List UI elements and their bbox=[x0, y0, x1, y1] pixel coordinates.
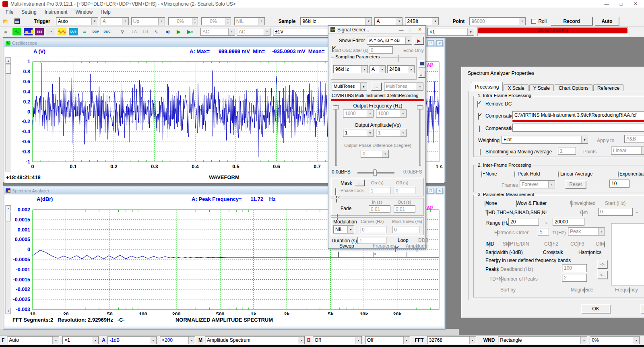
exponential-average-radio[interactable] bbox=[618, 171, 619, 178]
record-button[interactable]: Record bbox=[551, 17, 592, 25]
display-mode-combo[interactable]: Amplitude Spectrum▼ bbox=[205, 336, 305, 344]
window-function-combo[interactable]: Rectangle▼ bbox=[498, 336, 587, 344]
cancel-button-cut[interactable]: C bbox=[640, 304, 644, 313]
a-reference-combo[interactable]: -1dB▼ bbox=[107, 336, 157, 344]
close-button[interactable]: ✕ bbox=[630, 1, 642, 6]
tab-processing[interactable]: Processing bbox=[471, 82, 503, 91]
siggen-channel-combo[interactable]: A▼ bbox=[369, 65, 386, 73]
deadband-input: 100 bbox=[562, 264, 587, 272]
maximize-button[interactable]: □ bbox=[615, 2, 627, 6]
run-loop-icon[interactable]: ▶o bbox=[185, 28, 195, 36]
scroll-up-icon[interactable]: ▲ bbox=[6, 205, 11, 211]
ddc-icon[interactable]: DDC bbox=[102, 28, 112, 36]
sample-rate-combo[interactable]: 96kHz▼ bbox=[300, 17, 372, 25]
save-icon[interactable] bbox=[12, 17, 22, 25]
bit-depth-combo[interactable]: 24Bit▼ bbox=[405, 17, 439, 25]
window-close-icon[interactable]: ✕ bbox=[436, 188, 443, 194]
amplitude-slider-a-thumb[interactable] bbox=[333, 105, 339, 109]
window-restore-icon[interactable]: ❐ bbox=[427, 40, 434, 46]
b-zoom-combo[interactable]: Off▼ bbox=[365, 336, 410, 344]
peak-hold-radio[interactable] bbox=[514, 171, 515, 178]
siggen-notes-button[interactable]: ♬ bbox=[418, 71, 425, 78]
mask-checkbox[interactable]: ✓ bbox=[335, 188, 336, 195]
smoothing-checkbox[interactable]: ✓ bbox=[480, 149, 481, 155]
run-icon[interactable]: ▶ bbox=[174, 28, 184, 36]
range-low-input[interactable]: 20 bbox=[508, 218, 539, 226]
signal-generator-icon[interactable]: ∿∿ bbox=[57, 28, 67, 36]
dim-label: DIM bbox=[596, 241, 605, 247]
sweep-checkbox[interactable]: ✓ bbox=[338, 252, 339, 258]
multimeter-icon[interactable]: 888 bbox=[35, 28, 44, 36]
modulation-combo[interactable]: NIL▼ bbox=[333, 225, 354, 233]
dbfs-slider-thumb[interactable] bbox=[374, 169, 376, 176]
overlap-combo[interactable]: 0%▼ bbox=[590, 336, 640, 344]
menu-file[interactable]: File bbox=[2, 8, 17, 16]
fade-out-input: 0.01 bbox=[394, 205, 415, 213]
freeze-combo[interactable]: Auto▼ bbox=[7, 336, 59, 344]
spin-up-icon: ▲ bbox=[225, 18, 231, 21]
close-icon[interactable]: ✕ bbox=[416, 27, 423, 32]
probe-calibration-icon[interactable]: ↖ bbox=[151, 28, 161, 36]
scrollbar-thumb[interactable] bbox=[6, 212, 11, 221]
siggen-title-bar[interactable]: ∿∿ Signal Gener... — □ ✕ bbox=[328, 26, 425, 34]
browse-button[interactable]: ... bbox=[371, 83, 382, 91]
oscilloscope-left-scrollbar[interactable]: ▲ bbox=[5, 57, 11, 171]
ddp-viewer-icon[interactable]: DDP bbox=[91, 28, 101, 36]
minimize-button[interactable]: — bbox=[601, 2, 613, 6]
remove-dc-checkbox[interactable]: ✓ bbox=[477, 101, 478, 107]
device-test-plan-icon[interactable]: DUT bbox=[68, 28, 78, 36]
scrollbar-thumb[interactable] bbox=[6, 64, 11, 74]
spectrum-analyzer-icon[interactable]: ▁▅▂▇ bbox=[23, 28, 33, 36]
siggen-rate-combo[interactable]: 96kHz▼ bbox=[333, 65, 368, 73]
siggen-run-button[interactable]: ▶ bbox=[414, 37, 424, 45]
chevron-down-icon: ▼ bbox=[367, 110, 373, 117]
roll-checkbox[interactable]: ✓ bbox=[531, 19, 536, 24]
menu-window[interactable]: Window bbox=[71, 8, 97, 16]
window-close-icon[interactable]: ✕ bbox=[436, 40, 443, 46]
speaker-icon[interactable]: ◀) bbox=[163, 28, 172, 36]
linear-average-radio[interactable] bbox=[558, 171, 559, 178]
exp-frames-input[interactable]: 10 bbox=[609, 180, 630, 188]
probe-factor-combo[interactable]: ×1▼ bbox=[427, 28, 474, 36]
record-icon[interactable]: ● bbox=[1, 28, 10, 36]
siggen-save-button[interactable] bbox=[418, 60, 425, 67]
probe-combo[interactable]: ×1▼ bbox=[62, 336, 99, 344]
range-high-input[interactable]: 20000 bbox=[553, 218, 584, 226]
menu-instrument[interactable]: Instrument bbox=[41, 8, 72, 16]
menu-help[interactable]: Help bbox=[97, 8, 115, 16]
ok-button[interactable]: OK bbox=[581, 304, 610, 313]
spectrum-left-scrollbar[interactable]: ▲ ▼ bbox=[5, 205, 11, 314]
auto-button[interactable]: Auto bbox=[595, 17, 619, 25]
svg-text:20k: 20k bbox=[393, 312, 401, 315]
b-reference-combo[interactable]: Off▼ bbox=[313, 336, 362, 344]
compensation2-checkbox[interactable]: ✓ bbox=[479, 126, 480, 132]
derived-data-curve-icon[interactable]: ≈ bbox=[80, 28, 89, 36]
interframe-none-radio[interactable] bbox=[481, 171, 482, 178]
trigger-delay-spinner: 0%▲▼ bbox=[201, 17, 231, 25]
waveform-a-combo[interactable]: MultiTones▼ bbox=[332, 83, 367, 91]
amplitude-slider-b-thumb[interactable] bbox=[417, 105, 423, 109]
scroll-up-icon[interactable]: ▲ bbox=[6, 58, 11, 64]
open-file-icon[interactable]: 📂 bbox=[1, 17, 10, 25]
compensation1-checkbox[interactable]: ✓ bbox=[478, 113, 479, 120]
sample-channel-combo[interactable]: A▼ bbox=[374, 17, 402, 25]
compensation1-path-input[interactable]: C:\VIRTINS Multi-Instrument 3.9\fcf\Repr… bbox=[512, 111, 644, 119]
fft-size-combo[interactable]: 32768▼ bbox=[427, 336, 476, 344]
oscilloscope-icon[interactable]: ∿ bbox=[12, 28, 22, 36]
menu-setting[interactable]: Setting bbox=[17, 8, 40, 16]
amplitude-a-combo[interactable]: 1▼ bbox=[343, 129, 374, 137]
scroll-down-icon[interactable]: ▼ bbox=[6, 308, 11, 314]
svg-text:-0.8: -0.8 bbox=[21, 149, 30, 155]
chevron-down-icon: ▼ bbox=[158, 18, 165, 25]
routing-combo[interactable]: iA = oA, iB = oB▼ bbox=[367, 37, 412, 45]
peaks-listbox[interactable] bbox=[611, 223, 644, 285]
a-zoom-combo[interactable]: ×200▼ bbox=[160, 336, 195, 344]
minimize-icon[interactable]: — bbox=[398, 27, 405, 32]
microphone-icon[interactable]: ⚲ bbox=[118, 28, 127, 36]
trigger-mode-combo[interactable]: Auto▼ bbox=[56, 17, 98, 25]
siggen-bits-combo[interactable]: 24Bit▼ bbox=[387, 65, 415, 73]
window-restore-icon[interactable]: ❐ bbox=[427, 188, 434, 194]
compensation2-path-input[interactable] bbox=[512, 124, 644, 132]
spectrum-3d-plot-icon[interactable]: ◔ bbox=[46, 28, 56, 36]
weighting-combo[interactable]: Flat▼ bbox=[502, 136, 588, 144]
